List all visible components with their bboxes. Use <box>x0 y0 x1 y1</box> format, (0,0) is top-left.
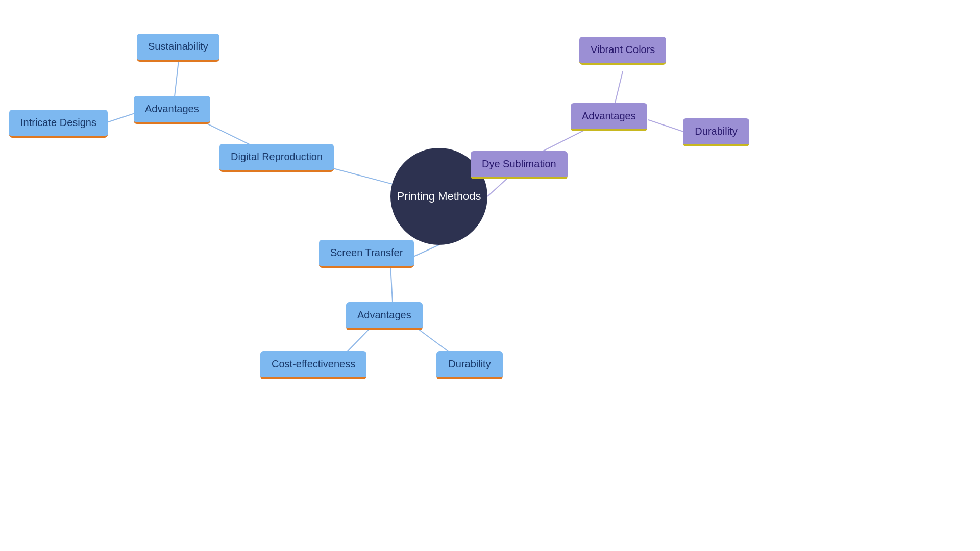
vibrant-colors-node[interactable]: Vibrant Colors <box>579 37 666 65</box>
intricate-designs-label: Intricate Designs <box>20 117 96 129</box>
center-label: Printing Methods <box>397 190 481 203</box>
advantages-left-label: Advantages <box>145 103 199 115</box>
sustainability-label: Sustainability <box>148 41 208 53</box>
durability-right-node[interactable]: Durability <box>683 118 749 146</box>
intricate-designs-node[interactable]: Intricate Designs <box>9 110 108 138</box>
cost-effectiveness-node[interactable]: Cost-effectiveness <box>260 351 366 379</box>
advantages-left-node[interactable]: Advantages <box>134 96 210 124</box>
advantages-bottom-node[interactable]: Advantages <box>346 302 423 330</box>
cost-effectiveness-label: Cost-effectiveness <box>272 358 355 370</box>
svg-line-7 <box>648 120 687 133</box>
advantages-right-node[interactable]: Advantages <box>571 103 647 131</box>
digital-reproduction-node[interactable]: Digital Reproduction <box>219 144 334 172</box>
dye-sublimation-node[interactable]: Dye Sublimation <box>471 151 568 179</box>
screen-transfer-node[interactable]: Screen Transfer <box>319 240 414 268</box>
dye-sublimation-label: Dye Sublimation <box>482 158 556 170</box>
durability-bottom-node[interactable]: Durability <box>436 351 503 379</box>
connections-svg <box>0 0 980 551</box>
advantages-bottom-label: Advantages <box>357 309 411 321</box>
sustainability-node[interactable]: Sustainability <box>137 34 219 62</box>
advantages-right-label: Advantages <box>582 110 636 122</box>
durability-bottom-label: Durability <box>448 358 491 370</box>
vibrant-colors-label: Vibrant Colors <box>591 44 655 56</box>
mindmap-canvas: Printing Methods Digital Reproduction Ad… <box>0 0 980 551</box>
durability-right-label: Durability <box>695 126 737 137</box>
screen-transfer-label: Screen Transfer <box>330 247 403 259</box>
svg-line-8 <box>413 245 439 257</box>
digital-reproduction-label: Digital Reproduction <box>231 151 323 163</box>
